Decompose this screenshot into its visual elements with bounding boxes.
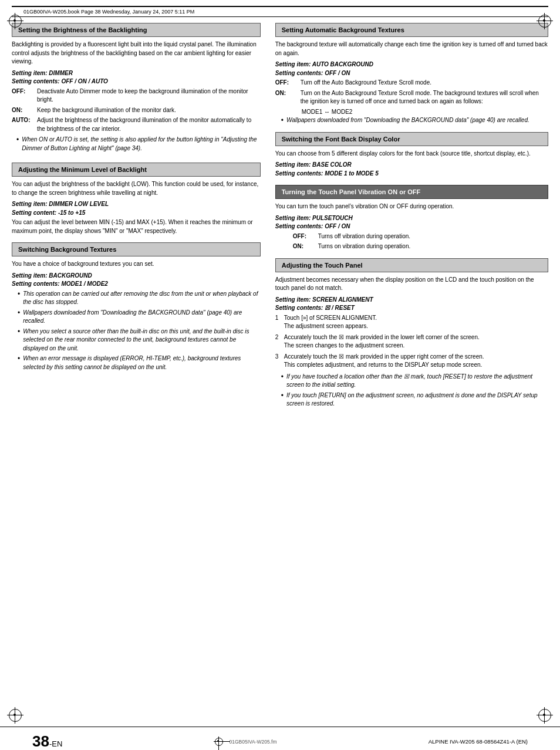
page-suffix: -EN — [49, 739, 62, 748]
bg-bullet-2-text: When you select a source other than the … — [23, 327, 261, 353]
auto-bg-bullet-0: • Wallpapers downloaded from "Downloadin… — [281, 116, 548, 125]
step-1-num: 1 — [275, 314, 281, 331]
brightness-on-value: Keep the background illumination of the … — [37, 106, 176, 115]
font-back-header: Switching the Font Back Display Color — [275, 132, 548, 146]
bullet-dot-2: • — [18, 327, 20, 353]
corner-tl-decoration — [7, 13, 23, 29]
footer-crosshair — [214, 737, 224, 747]
font-back-label-2: Setting contents: MODE 1 to MODE 5 — [275, 170, 548, 178]
auto-bg-label-1: Setting item: AUTO BACKGROUND — [275, 60, 548, 69]
footer: 38-EN 01GB05IVA-W205.fm ALPINE IVA-W205 … — [0, 727, 560, 750]
auto-bg-on: ON: Turn on the Auto Background Texture … — [275, 89, 548, 106]
auto-bg-intro: The background texture will automaticall… — [275, 40, 548, 58]
mode-arrow-block: MODE1 ↔ MODE2 — [302, 108, 548, 117]
touch-note-0-text: If you have touched a location other tha… — [286, 373, 548, 390]
bullet-dot: • — [16, 136, 19, 156]
touch-vib-label: Setting item: PULSETOUCH Setting content… — [275, 214, 548, 231]
touch-vib-off: OFF: Turns off vibration during operatio… — [293, 232, 548, 241]
min-backlight-body: You can adjust the brightness of the bac… — [12, 180, 261, 235]
bullet-dot-3: • — [18, 354, 20, 371]
bg-textures-header: Switching Background Textures — [12, 242, 261, 256]
touch-vib-label-2: Setting contents: OFF / ON — [275, 222, 548, 231]
step-2-text: Accurately touch the ☒ mark provided in … — [284, 333, 480, 350]
brightness-body: Backlighting is provided by a fluorescen… — [12, 40, 261, 156]
brightness-auto-value: Adjust the brightness of the background … — [37, 116, 261, 133]
topbar-filename: 01GB00IVA-W205.book Page 38 Wednesday, J… — [23, 9, 194, 15]
brightness-intro: Backlighting is provided by a fluorescen… — [12, 40, 261, 66]
bg-textures-intro: You have a choice of background textures… — [12, 260, 261, 269]
footer-filename: 01GB05IVA-W205.fm — [229, 739, 276, 745]
min-backlight-setting-label: Setting item: DIMMER LOW LEVEL Setting c… — [12, 200, 261, 217]
bg-bullet-1: • Wallpapers downloaded from "Downloadin… — [18, 309, 261, 326]
footer-right-text: ALPINE IVA-W205 68-08564Z41-A (EN) — [429, 738, 528, 745]
font-back-intro: You can choose from 5 different display … — [275, 150, 548, 158]
brightness-note-text: When ON or AUTO is set, the setting is a… — [22, 136, 261, 153]
touch-note-1-text: If you touch [RETURN] on the adjustment … — [286, 391, 548, 408]
touch-panel-header: Adjusting the Touch Panel — [275, 258, 548, 272]
auto-bg-off-val: Turn off the Auto Background Texture Scr… — [301, 79, 431, 87]
bg-bullet-2: • When you select a source other than th… — [18, 327, 261, 353]
touch-vibration-header: Turning the Touch Panel Vibration ON or … — [275, 185, 548, 199]
min-backlight-label-1: Setting item: DIMMER LOW LEVEL — [12, 200, 261, 209]
step-3-text: Accurately touch the ☒ mark provided in … — [284, 353, 484, 370]
auto-bg-bullet-dot: • — [281, 116, 284, 125]
touch-panel-intro: Adjustment becomes necessary when the di… — [275, 276, 548, 293]
touch-vib-on: ON: Turns on vibration during operation. — [293, 242, 548, 251]
brightness-on-item: ON: Keep the background illumination of … — [12, 106, 261, 115]
right-column: Setting Automatic Background Textures Th… — [269, 23, 548, 415]
touch-vib-on-key: ON: — [293, 242, 315, 251]
font-back-label: Setting item: BASE COLOR Setting content… — [275, 161, 548, 178]
corner-br-decoration — [537, 707, 553, 724]
corner-tr-decoration — [537, 13, 553, 29]
min-backlight-intro: You can adjust the brightness of the bac… — [12, 180, 261, 197]
bg-textures-label: Setting item: BACKGROUND Setting content… — [12, 272, 261, 289]
min-backlight-label-2: Setting content: -15 to +15 — [12, 209, 261, 218]
auto-bg-label-2: Setting contents: OFF / ON — [275, 69, 548, 78]
auto-bg-header: Setting Automatic Background Textures — [275, 23, 548, 37]
brightness-auto-key: AUTO: — [12, 116, 34, 133]
main-content: Setting the Brightness of the Backlighti… — [0, 17, 560, 421]
touch-note-0: • If you have touched a location other t… — [281, 373, 548, 390]
brightness-note: • When ON or AUTO is set, the setting is… — [16, 136, 261, 156]
page-number: 38 — [32, 732, 49, 750]
font-back-body: You can choose from 5 different display … — [275, 150, 548, 178]
brightness-label-2: Setting contents: OFF / ON / AUTO — [12, 77, 261, 86]
bullet-dot-1: • — [18, 309, 20, 326]
touch-vibration-body: You can turn the touch panel’s vibration… — [275, 202, 548, 251]
touch-panel-notes: • If you have touched a location other t… — [281, 373, 548, 408]
touch-panel-label-2: Setting contents: ☒ / RESET — [275, 304, 548, 313]
touch-vib-off-val: Turns off vibration during operation. — [318, 232, 410, 241]
bg-bullet-3-text: When an error message is displayed (ERRO… — [23, 354, 261, 371]
mode-arrow: MODE1 ↔ MODE2 — [302, 109, 353, 115]
page: 01GB00IVA-W205.book Page 38 Wednesday, J… — [0, 6, 560, 750]
auto-bg-on-key: ON: — [275, 89, 298, 106]
bg-textures-bullets: • This operation can be carried out afte… — [18, 290, 261, 372]
bullet-dot-0: • — [18, 290, 20, 307]
step-1-text: Touch [»] of SCREEN ALIGNMENT. The adjus… — [284, 314, 377, 331]
brightness-label-1: Setting item: DIMMER — [12, 69, 261, 78]
brightness-auto-item: AUTO: Adjust the brightness of the backg… — [12, 116, 261, 133]
font-back-label-1: Setting item: BASE COLOR — [275, 161, 548, 170]
bg-bullet-0: • This operation can be carried out afte… — [18, 290, 261, 307]
auto-bg-bullets: • Wallpapers downloaded from "Downloadin… — [281, 116, 548, 125]
touch-vib-label-1: Setting item: PULSETOUCH — [275, 214, 548, 223]
brightness-setting-label: Setting item: DIMMER Setting contents: O… — [12, 69, 261, 86]
touch-vib-off-key: OFF: — [293, 232, 315, 241]
bg-textures-label-1: Setting item: BACKGROUND — [12, 272, 261, 281]
step-3: 3 Accurately touch the ☒ mark provided i… — [275, 353, 548, 370]
brightness-off-item: OFF: Deactivate Auto Dimmer mode to keep… — [12, 87, 261, 104]
bg-bullet-0-text: This operation can be carried out after … — [23, 290, 261, 307]
step-3-num: 3 — [275, 353, 281, 370]
footer-right: ALPINE IVA-W205 68-08564Z41-A (EN) — [429, 738, 528, 745]
touch-panel-label-1: Setting item: SCREEN ALIGNMENT — [275, 296, 548, 305]
touch-panel-label: Setting item: SCREEN ALIGNMENT Setting c… — [275, 296, 548, 313]
auto-bg-on-val: Turn on the Auto Background Texture Scro… — [301, 89, 548, 106]
min-backlight-header: Adjusting the Minimum Level of Backlight — [12, 163, 261, 177]
auto-bg-bullet-0-text: Wallpapers downloaded from "Downloading … — [286, 116, 529, 125]
brightness-off-key: OFF: — [12, 87, 34, 104]
bg-textures-body: You have a choice of background textures… — [12, 260, 261, 371]
touch-vib-on-val: Turns on vibration during operation. — [318, 242, 411, 251]
touch-panel-body: Adjustment becomes necessary when the di… — [275, 276, 548, 408]
brightness-off-value: Deactivate Auto Dimmer mode to keep the … — [37, 87, 261, 104]
step-2: 2 Accurately touch the ☒ mark provided i… — [275, 333, 548, 350]
